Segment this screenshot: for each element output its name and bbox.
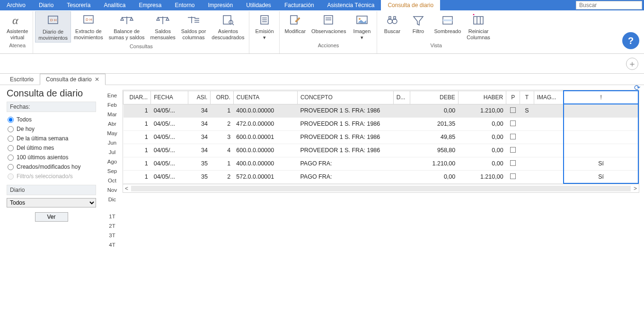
table-row[interactable]: 104/05/...342472.0.0.00000PROVEEDOR 1 S.… bbox=[124, 117, 639, 130]
menu-empresa[interactable]: Empresa bbox=[132, 0, 168, 10]
month-abr[interactable]: Abr bbox=[108, 121, 116, 127]
checkbox-icon[interactable] bbox=[510, 173, 516, 179]
scroll-left-icon[interactable]: < bbox=[125, 185, 128, 192]
cell-d bbox=[393, 130, 410, 144]
col-header-4[interactable]: CUENTA bbox=[233, 91, 297, 104]
radio-input-0[interactable] bbox=[8, 117, 14, 123]
search-input[interactable] bbox=[576, 1, 642, 9]
radio-input-3[interactable] bbox=[8, 145, 14, 151]
tab-consulta-de-diario[interactable]: Consulta de diario✕ bbox=[40, 74, 106, 85]
month-mar[interactable]: Mar bbox=[107, 112, 117, 117]
radio-4[interactable]: 100 últimos asientos bbox=[7, 153, 96, 162]
table-row[interactable]: 104/05/...351400.0.0.00000PAGO FRA:1.210… bbox=[124, 157, 639, 170]
month-sep[interactable]: Sep bbox=[107, 168, 117, 174]
month-nov[interactable]: Nov bbox=[107, 187, 117, 193]
month-4t[interactable]: 4T bbox=[109, 242, 115, 248]
col-header-11[interactable]: IMAG... bbox=[534, 91, 564, 104]
month-1t[interactable]: 1T bbox=[109, 214, 115, 219]
menu-anal-tica[interactable]: Analítica bbox=[97, 0, 132, 10]
month-3t[interactable]: 3T bbox=[109, 233, 115, 238]
month-ago[interactable]: Ago bbox=[107, 159, 117, 164]
month-oct[interactable]: Oct bbox=[108, 178, 116, 183]
radio-0[interactable]: Todos bbox=[7, 115, 96, 124]
balance-sumas-saldos-button[interactable]: Balance de sumas y saldos bbox=[106, 11, 148, 43]
col-header-5[interactable]: CONCEPTO bbox=[297, 91, 393, 104]
menu-archivo[interactable]: Archivo bbox=[0, 0, 32, 10]
ribbon-group-1: D HDiario de movimientosD HExtracto de m… bbox=[33, 11, 249, 53]
col-header-8[interactable]: HABER bbox=[458, 91, 506, 104]
month-2t[interactable]: 2T bbox=[109, 223, 115, 229]
month-ene[interactable]: Ene bbox=[107, 93, 117, 98]
table-row[interactable]: 104/05/...341400.0.0.00000PROVEEDOR 1 S.… bbox=[124, 104, 639, 117]
radio-3[interactable]: Del último mes bbox=[7, 143, 96, 153]
table-row[interactable]: 104/05/...344600.0.0.00000PROVEEDOR 1 S.… bbox=[124, 144, 639, 157]
observaciones-button[interactable]: Observaciones bbox=[309, 11, 349, 42]
sombreado-button[interactable]: Sombreado bbox=[431, 11, 464, 42]
scroll-track[interactable] bbox=[131, 186, 631, 191]
radio-input-4[interactable] bbox=[8, 155, 14, 161]
month-jun[interactable]: Jun bbox=[108, 140, 117, 146]
saldos-columnas-button[interactable]: Saldos por columnas bbox=[178, 11, 209, 43]
add-button[interactable]: ＋ bbox=[626, 58, 638, 70]
buscar-button[interactable]: Buscar bbox=[379, 11, 405, 42]
imagen-button[interactable]: Imagen ▾ bbox=[349, 11, 375, 42]
menu-impresi-n[interactable]: Impresión bbox=[201, 0, 239, 10]
cols-icon bbox=[470, 13, 486, 27]
menu-diario[interactable]: Diario bbox=[32, 0, 60, 10]
menu-utilidades[interactable]: Utilidades bbox=[239, 0, 278, 10]
filtro-button[interactable]: Filtro bbox=[405, 11, 431, 42]
radio-5[interactable]: Creados/modificados hoy bbox=[7, 162, 96, 172]
radio-input-1[interactable] bbox=[8, 126, 14, 132]
col-header-7[interactable]: DEBE bbox=[410, 91, 458, 104]
menu-facturaci-n[interactable]: Facturación bbox=[278, 0, 321, 10]
asistente-virtual-button[interactable]: αAsistente virtual bbox=[4, 11, 31, 42]
menu-asistencia-t-cnica[interactable]: Asistencia Técnica bbox=[321, 0, 381, 10]
menu-tesorer-a[interactable]: Tesorería bbox=[60, 0, 97, 10]
diario-select[interactable]: Todos bbox=[7, 198, 96, 207]
radio-input-2[interactable] bbox=[8, 136, 14, 142]
close-icon[interactable]: ✕ bbox=[95, 76, 99, 83]
table-row[interactable]: 104/05/...343600.0.0.00001PROVEEDOR 1 S.… bbox=[124, 130, 639, 144]
col-header-10[interactable]: T bbox=[520, 91, 534, 104]
month-may[interactable]: May bbox=[107, 130, 117, 136]
checkbox-icon[interactable] bbox=[510, 134, 516, 139]
diario-movimientos-button[interactable]: D HDiario de movimientos bbox=[35, 11, 71, 43]
col-header-2[interactable]: ASI. bbox=[188, 91, 211, 104]
table-row[interactable]: 104/05/...352572.0.0.00001PAGO FRA:0,001… bbox=[124, 170, 639, 183]
month-feb[interactable]: Feb bbox=[107, 102, 117, 108]
cell-bang: Sí bbox=[564, 170, 638, 183]
help-icon[interactable]: ? bbox=[622, 32, 639, 49]
emision-button[interactable]: Emisión ▾ bbox=[251, 11, 277, 42]
tab-escritorio[interactable]: Escritorio bbox=[4, 74, 40, 85]
radio-2[interactable]: De la última semana bbox=[7, 134, 96, 143]
month-dic[interactable]: Dic bbox=[108, 197, 116, 202]
col-header-9[interactable]: P bbox=[506, 91, 520, 104]
col-header-1[interactable]: FECHA bbox=[151, 91, 188, 104]
col-header-12[interactable]: ! bbox=[564, 91, 638, 104]
horizontal-scrollbar[interactable]: < > bbox=[123, 184, 639, 193]
col-header-0[interactable]: DIAR... bbox=[124, 91, 151, 104]
extracto-movimientos-button[interactable]: D HExtracto de movimientos bbox=[71, 11, 106, 43]
scroll-right-icon[interactable]: > bbox=[634, 185, 637, 192]
checkbox-icon[interactable] bbox=[510, 121, 516, 126]
radio-1[interactable]: De hoy bbox=[7, 124, 96, 134]
ver-button[interactable]: Ver bbox=[35, 212, 68, 222]
asientos-descuadrados-button[interactable]: Asientos descuadrados bbox=[209, 11, 247, 43]
ribbon-group-4: BuscarFiltroSombreadoReiniciar ColumnasV… bbox=[377, 11, 494, 53]
reiniciar-columnas-button[interactable]: Reiniciar Columnas bbox=[464, 11, 493, 42]
checkbox-icon[interactable] bbox=[510, 147, 516, 153]
checkbox-icon[interactable] bbox=[510, 107, 516, 113]
modificar-button[interactable]: Modificar bbox=[282, 11, 309, 42]
menu-consulta-de-diario[interactable]: Consulta de diario bbox=[381, 0, 440, 10]
radio-input-5[interactable] bbox=[8, 164, 14, 170]
saldos-mensuales-button[interactable]: Saldos mensuales bbox=[148, 11, 178, 43]
reiniciar-columnas-label: Reiniciar Columnas bbox=[467, 28, 490, 41]
month-jul[interactable]: Jul bbox=[109, 149, 116, 155]
checkbox-icon[interactable] bbox=[510, 160, 516, 166]
col-header-3[interactable]: ORD. bbox=[211, 91, 233, 104]
menu-entorno[interactable]: Entorno bbox=[168, 0, 201, 10]
binoculars-icon bbox=[384, 13, 400, 27]
cell-cuenta: 600.0.0.00000 bbox=[233, 144, 297, 157]
col-header-6[interactable]: D... bbox=[393, 91, 410, 104]
data-grid[interactable]: DIAR...FECHAASI.ORD.CUENTACONCEPTOD...DE… bbox=[123, 90, 639, 184]
